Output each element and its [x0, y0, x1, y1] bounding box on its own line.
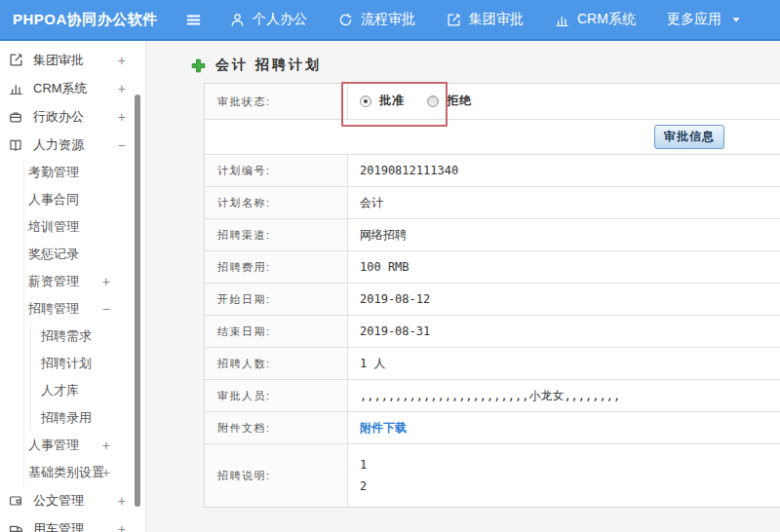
- sidebar-item-training-mgmt[interactable]: 培训管理: [24, 213, 145, 241]
- caret-down-icon: [731, 15, 741, 24]
- sidebar-item-admin-office[interactable]: 行政办公+: [0, 102, 145, 131]
- value-line: 1: [360, 458, 780, 472]
- sidebar-menu: 集团审批+CRM系统+行政办公+人力资源−考勤管理人事合同培训管理奖惩记录薪资管…: [0, 41, 145, 532]
- sidebar-item-attendance-mgmt[interactable]: 考勤管理: [24, 159, 145, 186]
- expand-plus-icon[interactable]: +: [118, 521, 126, 532]
- radio-reject-icon[interactable]: [427, 95, 439, 107]
- form-row: 结束日期:2019-08-31: [205, 316, 780, 348]
- flow-icon: [338, 13, 353, 27]
- field-label-cell: 招聘渠道:: [205, 219, 348, 250]
- approval-info-button[interactable]: 审批信息: [654, 125, 724, 149]
- sidebar-item-human-resources[interactable]: 人力资源−: [0, 131, 145, 159]
- doc-icon: [9, 494, 24, 508]
- nav-item-more-apps[interactable]: 更多应用: [667, 11, 741, 28]
- field-value: 1 人: [348, 356, 780, 372]
- field-label-cell: 审批人员:: [205, 380, 348, 411]
- nav-item-flow-approval[interactable]: 流程审批: [338, 11, 415, 28]
- nav-item-crm-system[interactable]: CRM系统: [555, 11, 636, 28]
- app-logo[interactable]: PHPOA协同办公软件: [0, 11, 185, 29]
- sidebar-submenu: 招聘需求招聘计划人才库招聘录用: [30, 323, 145, 432]
- sidebar-item-talent-pool[interactable]: 人才库: [31, 377, 145, 404]
- sidebar-item-group-approval[interactable]: 集团审批+: [0, 46, 145, 74]
- field-value: 100 RMB: [348, 260, 780, 274]
- form-row: 计划编号:20190812111340: [205, 155, 780, 187]
- sidebar-item-recruit-hire[interactable]: 招聘录用: [31, 404, 145, 432]
- field-label: 招聘渠道:: [217, 228, 271, 243]
- sidebar-item-base-category-settings[interactable]: 基础类别设置+: [24, 459, 145, 486]
- sidebar-item-crm-system[interactable]: CRM系统+: [0, 74, 145, 102]
- attachment-download-link[interactable]: 附件下载: [360, 421, 407, 435]
- field-label-cell: 结束日期:: [205, 316, 348, 347]
- field-label: 招聘费用:: [217, 260, 271, 275]
- radio-reject-label: 拒绝: [447, 93, 472, 109]
- page-header: 会计 招聘计划: [191, 57, 780, 74]
- top-navbar: PHPOA协同办公软件 个人办公流程审批集团审批CRM系统更多应用: [0, 0, 780, 41]
- edit-icon: [9, 53, 24, 67]
- field-label-cell: 招聘费用:: [205, 251, 348, 283]
- collapse-minus-icon[interactable]: −: [102, 301, 110, 317]
- sidebar-item-label: 培训管理: [28, 218, 79, 236]
- sidebar-item-reward-punish-records[interactable]: 奖惩记录: [24, 241, 145, 268]
- sidebar-item-label: 人事管理: [28, 437, 79, 454]
- sidebar-item-label: 奖惩记录: [28, 246, 79, 263]
- field-value: ,,,,,,,,,,,,,,,,,,,,,,,,小龙女,,,,,,,,: [348, 388, 780, 404]
- collapse-minus-icon[interactable]: −: [118, 137, 126, 153]
- form-row-approval-button: 审批信息: [205, 120, 780, 155]
- field-label: 计划名称:: [217, 196, 271, 210]
- page-title: 会计 招聘计划: [215, 57, 322, 74]
- form-row: 审批人员:,,,,,,,,,,,,,,,,,,,,,,,,小龙女,,,,,,,,: [205, 380, 780, 412]
- form-row-approval-status: 审批状态: 批准 拒绝: [205, 84, 780, 120]
- sidebar-item-label: 人事合同: [28, 191, 79, 209]
- edit-icon: [447, 13, 461, 27]
- form-row: 开始日期:2019-08-12: [205, 284, 780, 316]
- sidebar-item-recruit-plan[interactable]: 招聘计划: [31, 350, 145, 377]
- sidebar-item-document-mgmt[interactable]: 公文管理+: [0, 486, 145, 514]
- sidebar-item-label: 招聘管理: [28, 300, 79, 318]
- sidebar-item-hr-contract[interactable]: 人事合同: [24, 186, 145, 213]
- nav-item-personal-office[interactable]: 个人办公: [230, 11, 307, 28]
- sidebar: 集团审批+CRM系统+行政办公+人力资源−考勤管理人事合同培训管理奖惩记录薪资管…: [0, 41, 146, 532]
- sidebar-item-label: 薪资管理: [28, 273, 79, 290]
- expand-plus-icon[interactable]: +: [118, 493, 126, 509]
- expand-plus-icon[interactable]: +: [118, 53, 126, 68]
- expand-plus-icon[interactable]: +: [118, 81, 126, 96]
- nav-item-group-approval[interactable]: 集团审批: [447, 11, 524, 28]
- person-icon: [230, 13, 245, 27]
- sidebar-item-salary-mgmt[interactable]: 薪资管理+: [24, 268, 145, 295]
- expand-plus-icon[interactable]: +: [102, 274, 110, 289]
- radio-approve[interactable]: 批准: [360, 93, 405, 109]
- radio-approve-label: 批准: [379, 93, 405, 109]
- sidebar-item-recruit-mgmt[interactable]: 招聘管理−: [24, 295, 145, 323]
- form-row: 计划名称:会计: [205, 187, 780, 219]
- form-row: 招聘人数:1 人: [205, 348, 780, 380]
- car-icon: [9, 521, 24, 532]
- expand-plus-icon[interactable]: +: [102, 465, 110, 480]
- sidebar-item-label: 人力资源: [33, 136, 84, 154]
- expand-plus-icon[interactable]: +: [118, 109, 126, 125]
- sidebar-item-vehicle-mgmt[interactable]: 用车管理+: [0, 514, 145, 532]
- sidebar-scrollbar-thumb[interactable]: [135, 95, 140, 507]
- hamburger-icon[interactable]: [185, 13, 203, 27]
- sidebar-item-personnel-mgmt[interactable]: 人事管理+: [24, 432, 145, 459]
- field-label: 招聘说明:: [217, 469, 271, 483]
- field-value: 12: [348, 444, 780, 507]
- sidebar-item-label: 招聘计划: [41, 355, 92, 372]
- radio-reject[interactable]: 拒绝: [427, 93, 472, 109]
- sidebar-item-recruit-need[interactable]: 招聘需求: [31, 323, 145, 350]
- radio-approve-icon[interactable]: [360, 95, 371, 107]
- sidebar-item-label: 招聘录用: [41, 409, 92, 427]
- top-nav-menu: 个人办公流程审批集团审批CRM系统更多应用: [230, 11, 741, 28]
- briefcase-icon: [9, 110, 24, 124]
- chart-icon: [555, 13, 569, 27]
- field-value: 附件下载: [348, 420, 780, 437]
- nav-item-label: 个人办公: [253, 11, 307, 28]
- field-value: 2019-08-12: [348, 292, 780, 306]
- field-label-cell: 招聘说明:: [205, 444, 348, 507]
- field-label: 结束日期:: [217, 324, 271, 339]
- approval-status-options: 批准 拒绝: [348, 93, 780, 110]
- form-row: 附件文档:附件下载: [205, 412, 780, 444]
- sidebar-item-label: 人才库: [41, 382, 79, 399]
- sidebar-item-label: 招聘需求: [41, 327, 92, 345]
- expand-plus-icon[interactable]: +: [102, 437, 110, 453]
- value-line: 2: [360, 479, 780, 493]
